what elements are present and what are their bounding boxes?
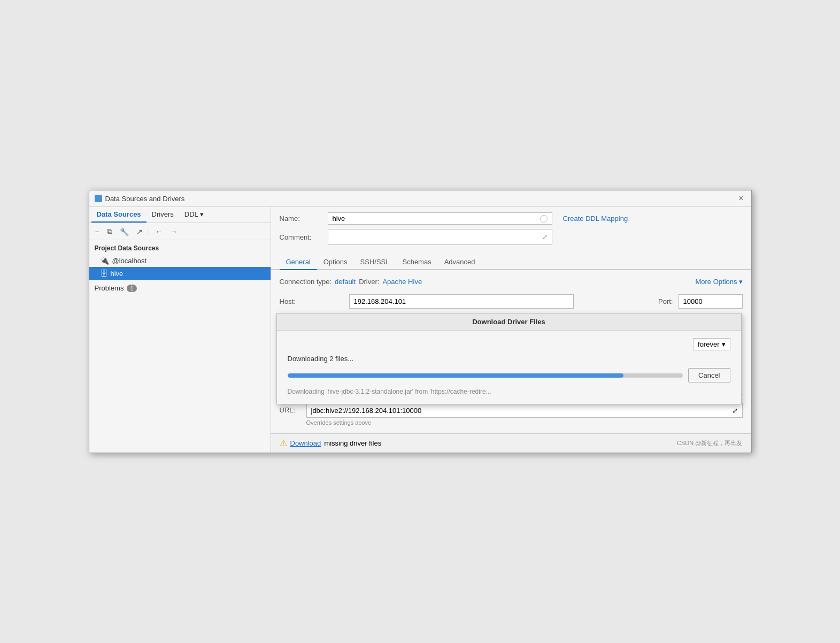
create-ddl-link[interactable]: Create DDL Mapping <box>563 215 628 223</box>
export-button[interactable]: ↗ <box>134 226 145 238</box>
port-label: Port: <box>658 297 673 305</box>
url-hint: Overrides settings above <box>306 419 743 426</box>
tab-advanced[interactable]: Advanced <box>438 255 482 270</box>
forward-button[interactable]: → <box>167 226 180 238</box>
tab-data-sources[interactable]: Data Sources <box>91 207 147 223</box>
left-panel: Data Sources Drivers DDL ▾ − ⧉ 🔧 ↗ ← → <box>89 207 271 453</box>
url-field: ⤢ <box>306 403 743 418</box>
download-detail: Downloading 'hive-jdbc-3.1.2-standalone.… <box>288 388 730 395</box>
download-dialog: Download Driver Files forever ▾ Download… <box>276 313 742 404</box>
progress-row: Cancel <box>288 368 730 382</box>
window-title: Data Sources and Drivers <box>105 195 185 203</box>
tab-drivers[interactable]: Drivers <box>147 207 179 223</box>
right-panel: Name: Create DDL Mapping Comment: ⤢ <box>271 207 751 453</box>
name-input-circle <box>540 215 548 223</box>
ddl-chevron-icon: ▾ <box>200 210 204 218</box>
warning-row: ⚠ Download missing driver files <box>280 438 382 448</box>
settings-button[interactable]: 🔧 <box>117 226 132 238</box>
title-bar-left: Data Sources and Drivers <box>95 195 185 203</box>
port-row: Port: <box>658 294 742 309</box>
cancel-button[interactable]: Cancel <box>688 368 730 382</box>
download-content: forever ▾ Downloading 2 files... Cancel … <box>277 331 741 404</box>
driver-label: Driver: <box>359 278 379 286</box>
tree-item-hive[interactable]: 🗄 hive <box>89 267 271 280</box>
name-label: Name: <box>280 215 328 223</box>
url-input[interactable] <box>311 407 732 415</box>
download-status: Downloading 2 files... <box>288 355 730 363</box>
progress-bar-container <box>288 373 683 378</box>
url-row: URL: ⤢ Overrides settings above <box>280 403 743 426</box>
bottom-bar: ⚠ Download missing driver files CSDN @新征… <box>271 433 751 453</box>
back-button[interactable]: ← <box>152 226 165 238</box>
general-content: Connection type: default Driver: Apache … <box>271 270 751 433</box>
csdn-watermark: CSDN @新征程，再出发 <box>677 439 742 447</box>
download-warning-link[interactable]: Download <box>290 439 321 447</box>
connection-type-left: Connection type: default Driver: Apache … <box>280 278 422 286</box>
more-options-button[interactable]: More Options ▾ <box>695 278 742 286</box>
tab-options[interactable]: Options <box>317 255 354 270</box>
connection-type-label: Connection type: <box>280 278 332 286</box>
tab-ddl[interactable]: DDL ▾ <box>179 207 209 223</box>
problems-section: Problems 1 <box>89 280 271 296</box>
host-field <box>349 294 650 309</box>
url-expand-icon: ⤢ <box>732 407 738 415</box>
section-header: Project Data Sources <box>89 240 271 254</box>
driver-value[interactable]: Apache Hive <box>382 278 422 286</box>
connection-type-row: Connection type: default Driver: Apache … <box>280 278 743 286</box>
download-title: Download Driver Files <box>277 313 741 331</box>
name-input[interactable] <box>333 215 540 223</box>
tree-item-localhost[interactable]: 🔌 @localhost <box>89 254 271 267</box>
progress-bar-fill <box>288 373 624 378</box>
tab-ssh-ssl[interactable]: SSH/SSL <box>354 255 396 270</box>
localhost-icon: 🔌 <box>100 256 109 265</box>
tab-schemas[interactable]: Schemas <box>396 255 437 270</box>
host-label: Host: <box>280 297 349 305</box>
left-toolbar: − ⧉ 🔧 ↗ ← → <box>89 223 271 240</box>
comment-row: Comment: ⤢ <box>280 229 743 245</box>
hive-db-icon: 🗄 <box>100 269 107 278</box>
comment-input[interactable] <box>333 233 542 241</box>
comment-input-wrapper: ⤢ <box>328 229 552 245</box>
main-content: Data Sources Drivers DDL ▾ − ⧉ 🔧 ↗ ← → <box>89 207 751 453</box>
more-options-chevron-icon: ▾ <box>739 278 743 286</box>
problems-badge: 1 <box>127 285 136 292</box>
connection-type-value[interactable]: default <box>335 278 356 286</box>
add-button[interactable]: − <box>93 226 102 238</box>
expand-icon: ⤢ <box>542 233 548 241</box>
left-tabs: Data Sources Drivers DDL ▾ <box>89 207 271 223</box>
name-input-wrapper <box>328 212 552 225</box>
warning-icon: ⚠ <box>280 438 287 448</box>
warning-text: missing driver files <box>324 439 381 447</box>
toolbar-separator <box>149 227 149 236</box>
url-field-wrapper: ⤢ Overrides settings above <box>306 403 743 426</box>
close-button[interactable]: × <box>736 194 745 203</box>
copy-button[interactable]: ⧉ <box>104 225 115 238</box>
right-header: Name: Create DDL Mapping Comment: ⤢ <box>271 207 751 255</box>
tab-general[interactable]: General <box>280 255 317 270</box>
comment-label: Comment: <box>280 233 328 241</box>
name-row: Name: Create DDL Mapping <box>280 212 743 225</box>
port-input[interactable] <box>679 294 743 309</box>
detail-tabs: General Options SSH/SSL Schemas Advanced <box>271 255 751 270</box>
save-password-chevron-icon: ▾ <box>722 340 726 348</box>
dialog-window: Data Sources and Drivers × Data Sources … <box>89 190 752 453</box>
url-label: URL: <box>280 403 301 414</box>
title-bar: Data Sources and Drivers × <box>89 190 751 207</box>
host-row: Host: Port: <box>280 294 743 309</box>
save-password-label: forever <box>698 340 719 348</box>
db-icon <box>95 195 102 202</box>
host-input[interactable] <box>349 294 574 309</box>
